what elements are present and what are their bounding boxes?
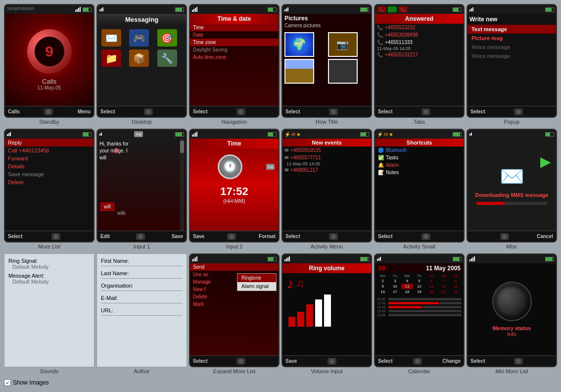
show-images-checkbox[interactable]: ✓	[4, 379, 11, 386]
softkey-left-tabs[interactable]: Select	[378, 109, 392, 114]
eml-item-6[interactable]: Mark	[190, 300, 279, 308]
ml-item-1[interactable]: Reply	[5, 139, 94, 147]
softkey-center-rt[interactable]	[329, 108, 338, 115]
cal-h-su: Su	[450, 274, 462, 278]
softkey-left-popup[interactable]: Select	[470, 109, 485, 114]
softkey-center-popup[interactable]	[514, 108, 523, 115]
softkey-center-am[interactable]	[329, 233, 338, 240]
phone-desktop: Messaging ✉️ 🎮 🎯 📁 📦 🔧 Select -	[96, 4, 187, 118]
show-images-label: Show Images	[13, 379, 49, 386]
cal-bar-bg-4	[388, 310, 462, 312]
td-item-1[interactable]: Time	[190, 24, 279, 31]
popup-alarmsignal[interactable]: Alarm signal	[237, 282, 276, 291]
td-item-3[interactable]: Time zone	[190, 39, 279, 46]
popup-title: Write new	[468, 14, 556, 25]
softkey-left-am[interactable]: Select	[285, 234, 300, 239]
softkey-right-i1[interactable]: Save	[172, 234, 183, 239]
softkey-center-as[interactable]	[421, 233, 430, 240]
act-row-2: ✉ +4655577711	[282, 154, 371, 161]
softkey-center-mml[interactable]	[514, 358, 523, 365]
softkey-center-i1[interactable]	[136, 233, 145, 240]
author-firstname: First Name:	[101, 258, 183, 266]
softkey-right-cal[interactable]: Change	[442, 358, 461, 364]
popup-item-1[interactable]: Text message	[468, 25, 556, 34]
cal-week-3: 16 17 18 19 20 21 22	[377, 289, 462, 294]
cal-d-16: 16	[377, 289, 389, 294]
td-item-4[interactable]: Daylight Saving	[190, 46, 279, 53]
softkey-center-ml[interactable]	[51, 233, 60, 240]
softkey-center-desktop[interactable]	[144, 108, 153, 115]
tabs-title: Answered	[375, 14, 464, 24]
ml-item-4[interactable]: Details	[5, 162, 94, 170]
cal-bar-row-2: 12:00	[377, 301, 462, 305]
softkey-center-standby[interactable]	[44, 108, 53, 115]
softkey-left-nav[interactable]: Select	[193, 109, 207, 114]
softkey-right-standby[interactable]: Menu	[78, 109, 91, 114]
softkey-left-vol[interactable]: Save	[285, 358, 297, 364]
cal-d-15: 15	[450, 284, 462, 289]
softkey-left-as[interactable]: Select	[378, 234, 392, 239]
softkey-left-rt[interactable]: Select	[285, 109, 300, 114]
softkey-left-i1[interactable]: Edit	[100, 234, 110, 239]
activity-title: New events	[282, 139, 371, 147]
sb1	[99, 9, 100, 11]
act-icon-2: ✉	[284, 155, 288, 160]
softkey-popup: Select -	[468, 106, 556, 117]
softkey-center-cal[interactable]	[413, 358, 422, 365]
td-item-5[interactable]: Auto time zone	[190, 53, 279, 61]
signal-ml	[7, 132, 11, 136]
td-item-2[interactable]: Date	[190, 31, 279, 39]
tab-icon-b: 📞	[388, 6, 397, 12]
scroll-thumb-i1	[180, 141, 184, 153]
contact-num-4: +46555131217	[385, 52, 418, 57]
ml-item-5[interactable]: Save message	[5, 170, 94, 178]
input2-title: Time	[190, 139, 279, 148]
softkey-center-vol[interactable]	[327, 358, 336, 365]
memory-info-text: Info	[507, 331, 516, 337]
mb1	[469, 134, 470, 136]
cell-morelist: Reply Call +440123456 Forward Details Sa…	[4, 129, 94, 251]
music-note-2: ♫	[296, 277, 304, 290]
softkey-center-i2[interactable]	[227, 233, 236, 240]
eml-item-1[interactable]: Send	[190, 263, 279, 271]
status-bar-eml	[190, 254, 279, 263]
cal-d-21: 21	[438, 289, 450, 294]
popup-item-3[interactable]: Voice message	[468, 43, 556, 51]
vol-bar-5	[324, 294, 331, 327]
cal-d-19: 19	[414, 289, 425, 294]
sc-label-1: Bluetooth	[386, 147, 407, 153]
cal-d-4: 4	[401, 278, 413, 284]
ml-item-3[interactable]: Forward	[5, 154, 94, 162]
vol-bar-4	[315, 299, 322, 327]
cell-rowtitle: Pictures Camera pictures 🌍 📷	[281, 4, 372, 127]
ring-signal-row: Ring Signal: Default Melody	[8, 258, 90, 270]
ml-item-2[interactable]: Call +440123456	[5, 147, 94, 154]
sphere-highlight	[499, 288, 525, 314]
pic-landscape	[284, 59, 314, 84]
softkey-left-ml[interactable]: Select	[8, 234, 22, 239]
blank-img	[329, 60, 357, 83]
softkey-right-tabs: -	[459, 109, 461, 114]
popup-item-2[interactable]: Picture msg	[468, 34, 556, 43]
softkey-center-eml[interactable]	[236, 358, 245, 365]
softkey-center-nav[interactable]	[236, 108, 245, 115]
softkey-center-misc[interactable]	[500, 233, 509, 240]
phone-standby: SonyEricsson 9 Calls	[4, 4, 94, 118]
popup-ringtone[interactable]: Ringtone	[237, 274, 276, 282]
softkey-left-i2[interactable]: Save	[193, 234, 204, 239]
ml-item-6[interactable]: Delete	[5, 178, 94, 186]
softkey-right-i2[interactable]: Format	[259, 234, 276, 239]
softkey-center-tabs[interactable]	[421, 108, 430, 115]
softkey-right-as: -	[459, 234, 461, 239]
softkey-left-desktop[interactable]: Select	[100, 109, 115, 114]
cal-bar-fill-3	[388, 306, 422, 308]
softkey-right-misc[interactable]: Cancel	[537, 234, 553, 239]
softkey-left-eml[interactable]: Select	[193, 358, 207, 364]
softkey-left-standby[interactable]: Calls	[8, 109, 20, 114]
softkey-left-cal[interactable]: Select	[378, 358, 392, 364]
popup-item-4[interactable]: Voice message	[468, 51, 556, 60]
softkey-left-mml[interactable]: Select	[470, 358, 485, 364]
eml-item-5[interactable]: Delete	[190, 293, 279, 300]
ring-signal-label: Ring Signal:	[8, 258, 90, 264]
softkey-as: Select -	[375, 231, 464, 242]
